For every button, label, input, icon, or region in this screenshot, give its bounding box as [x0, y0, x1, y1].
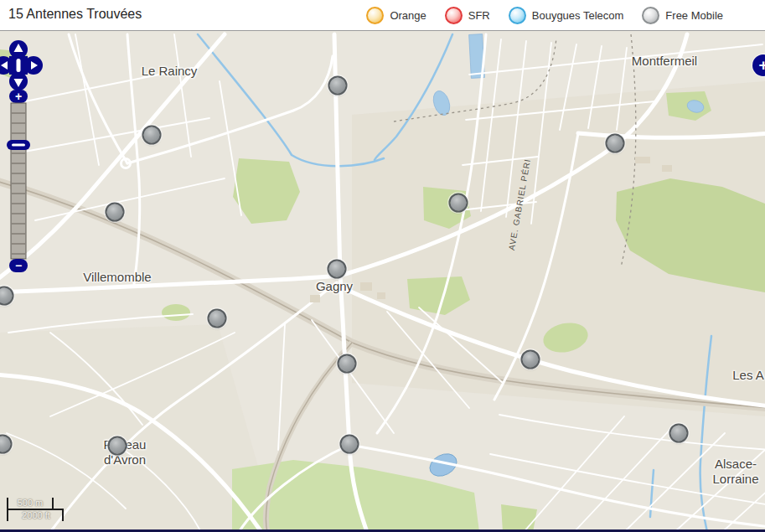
- place-label: Gagny: [316, 279, 353, 294]
- legend-item[interactable]: SFR: [445, 7, 490, 24]
- antenna-marker[interactable]: [340, 435, 359, 454]
- map-canvas[interactable]: + − + AVE. GABRIEL PÉRI 500 m 2000 ft Le…: [0, 31, 765, 532]
- legend-label: Free Mobile: [665, 9, 723, 22]
- antenna-marker[interactable]: [328, 260, 347, 279]
- legend-label: Orange: [390, 9, 426, 22]
- map-pan-zoom-control[interactable]: + −: [0, 31, 50, 282]
- place-label: Alsace- Lorraine: [712, 457, 758, 487]
- scale-bar: 500 m 2000 ft: [5, 498, 65, 524]
- legend: OrangeSFRBouygues TelecomFree Mobile: [366, 0, 723, 30]
- antenna-marker[interactable]: [669, 424, 689, 443]
- page-title: 15 Antennes Trouvées: [8, 7, 142, 22]
- legend-color-icon: [509, 7, 526, 24]
- legend-label: Bouygues Telecom: [532, 9, 624, 22]
- antenna-marker[interactable]: [338, 354, 357, 374]
- legend-color-icon: [366, 7, 384, 24]
- antenna-marker[interactable]: [449, 194, 468, 213]
- legend-color-icon: [445, 7, 463, 24]
- place-label: Les A: [732, 368, 764, 383]
- antenna-marker[interactable]: [106, 203, 125, 222]
- antenna-marker[interactable]: [142, 126, 162, 145]
- legend-item[interactable]: Bouygues Telecom: [509, 7, 624, 24]
- legend-label: SFR: [468, 9, 490, 22]
- antenna-marker[interactable]: [328, 76, 348, 96]
- antenna-marker[interactable]: [606, 134, 625, 153]
- legend-color-icon: [642, 7, 659, 24]
- zoom-out-icon: −: [15, 259, 22, 272]
- header-bar: 15 Antennes Trouvées OrangeSFRBouygues T…: [0, 0, 765, 31]
- antenna-marker[interactable]: [108, 436, 127, 456]
- zoom-in-icon: +: [15, 90, 22, 103]
- legend-item[interactable]: Orange: [366, 7, 426, 24]
- scale-metric-label: 500 m: [8, 498, 52, 508]
- legend-item[interactable]: Free Mobile: [642, 7, 723, 24]
- scale-imperial-label: 2000 ft: [10, 510, 62, 520]
- zoom-slider-track: [11, 103, 26, 259]
- antenna-marker[interactable]: [208, 309, 227, 328]
- antenna-marker[interactable]: [521, 350, 540, 369]
- place-label: Montfermeil: [632, 54, 697, 69]
- place-label: Le Raincy: [142, 64, 198, 79]
- place-label: Villemomble: [83, 270, 151, 285]
